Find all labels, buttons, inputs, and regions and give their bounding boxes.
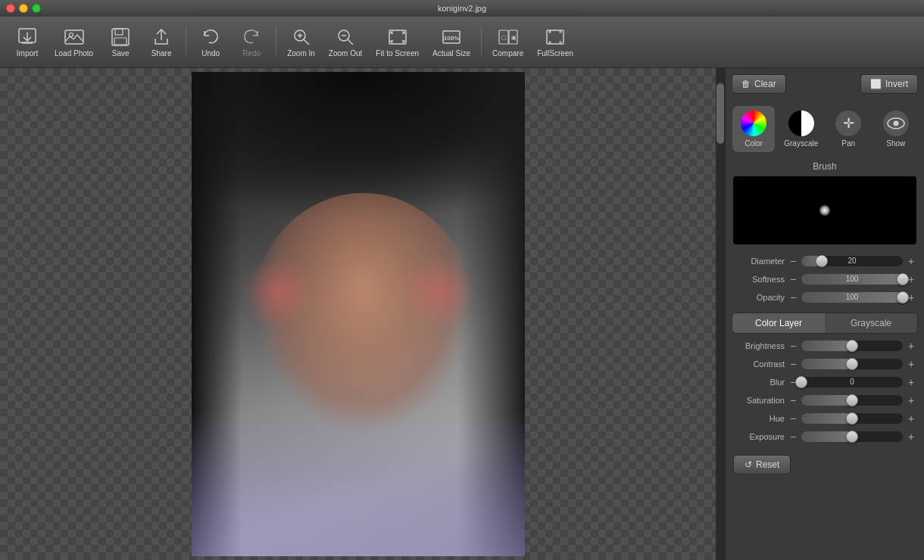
diameter-minus[interactable]: − <box>788 255 798 267</box>
contrast-plus[interactable]: + <box>906 358 916 370</box>
hue-row: Hue − + <box>726 409 924 428</box>
hue-slider[interactable] <box>801 413 903 424</box>
color-layer-tab[interactable]: Color Layer <box>732 313 825 333</box>
color-mode-button[interactable]: Color <box>732 106 775 152</box>
brightness-slider[interactable] <box>801 341 903 351</box>
opacity-minus[interactable]: − <box>788 291 798 303</box>
load-photo-button[interactable]: Load Photo <box>48 20 99 64</box>
softness-minus[interactable]: − <box>788 273 798 285</box>
saturation-plus[interactable]: + <box>906 394 916 406</box>
cheek-right-layer <box>401 256 475 328</box>
reset-icon: ↺ <box>745 459 752 470</box>
blur-label: Blur <box>733 378 785 387</box>
color-wheel-icon <box>741 110 766 136</box>
reset-label: Reset <box>756 459 779 470</box>
blur-plus[interactable]: + <box>906 376 916 388</box>
svg-rect-3 <box>65 30 83 44</box>
invert-label: Invert <box>885 79 908 89</box>
svg-rect-6 <box>115 29 123 35</box>
saturation-slider[interactable] <box>801 395 903 406</box>
main-content: 🗑 Clear ⬜ Invert Color Grayscale ✛ Pan <box>0 68 924 560</box>
show-mode-button[interactable]: Show <box>875 106 917 152</box>
close-button[interactable] <box>6 4 15 13</box>
grayscale-tab[interactable]: Grayscale <box>825 313 917 333</box>
zoom-out-label: Zoom Out <box>329 49 362 58</box>
pan-mode-button[interactable]: ✛ Pan <box>827 106 869 152</box>
brightness-plus[interactable]: + <box>906 340 916 352</box>
softness-row: Softness − 100 + <box>726 270 924 288</box>
zoom-out-button[interactable]: Zoom Out <box>323 20 368 64</box>
import-label: Import <box>17 49 38 58</box>
softness-label: Softness <box>733 275 785 284</box>
maximize-button[interactable] <box>32 4 41 13</box>
canvas-area[interactable] <box>0 68 716 560</box>
reset-button[interactable]: ↺ Reset <box>733 455 791 474</box>
show-mode-label: Show <box>886 139 905 148</box>
clear-icon: 🗑 <box>741 79 751 89</box>
opacity-row: Opacity − 100 + <box>726 288 924 306</box>
layer-tabs: Color Layer Grayscale <box>732 313 918 334</box>
contrast-row: Contrast − + <box>726 355 924 373</box>
brightness-row: Brightness − + <box>726 337 924 355</box>
saturation-row: Saturation − + <box>726 391 924 409</box>
brightness-minus[interactable]: − <box>788 340 798 352</box>
save-button[interactable]: Save <box>101 20 140 64</box>
svg-rect-7 <box>114 38 126 45</box>
opacity-slider[interactable]: 100 <box>801 292 903 303</box>
pan-icon: ✛ <box>835 110 861 136</box>
scrollbar-thumb[interactable] <box>716 83 724 144</box>
import-button[interactable]: Import <box>8 20 47 64</box>
actual-size-button[interactable]: 100% Actual Size <box>426 20 476 64</box>
pan-mode-label: Pan <box>841 139 855 148</box>
hue-minus[interactable]: − <box>788 412 798 425</box>
show-icon <box>883 110 909 136</box>
panel-top-buttons: 🗑 Clear ⬜ Invert <box>726 68 924 100</box>
brush-preview <box>733 176 916 244</box>
window-controls <box>6 4 41 13</box>
svg-line-11 <box>304 39 309 45</box>
right-panel: 🗑 Clear ⬜ Invert Color Grayscale ✛ Pan <box>725 68 924 560</box>
saturation-label: Saturation <box>733 396 785 405</box>
exposure-minus[interactable]: − <box>788 431 798 443</box>
share-button[interactable]: Share <box>142 20 181 64</box>
blur-slider[interactable]: 0 <box>801 377 903 387</box>
redo-button[interactable]: Redo <box>232 20 271 64</box>
undo-button[interactable]: Undo <box>191 20 230 64</box>
diameter-plus[interactable]: + <box>906 255 916 267</box>
svg-text:100%: 100% <box>444 35 459 42</box>
grayscale-icon <box>788 110 814 136</box>
redo-label: Redo <box>242 49 261 58</box>
exposure-slider[interactable] <box>801 431 903 442</box>
compare-button[interactable]: ▢ ▣ Compare <box>486 20 529 64</box>
fullscreen-label: FullScreen <box>537 49 573 58</box>
cheek-left-layer <box>242 256 315 328</box>
exposure-plus[interactable]: + <box>906 431 916 443</box>
photo-image <box>192 72 525 556</box>
vertical-scrollbar[interactable] <box>716 68 725 560</box>
hue-plus[interactable]: + <box>906 412 916 425</box>
exposure-label: Exposure <box>733 432 785 441</box>
color-mode-label: Color <box>745 139 763 148</box>
undo-label: Undo <box>201 49 220 58</box>
diameter-slider[interactable]: 20 <box>801 256 903 266</box>
photo-container <box>192 68 525 560</box>
brush-section-label: Brush <box>726 158 924 176</box>
contrast-slider[interactable] <box>801 359 903 369</box>
grayscale-mode-button[interactable]: Grayscale <box>780 106 823 152</box>
blur-row: Blur − 0 + <box>726 373 924 391</box>
clear-button[interactable]: 🗑 Clear <box>732 74 786 94</box>
grayscale-mode-label: Grayscale <box>784 139 818 148</box>
actual-size-label: Actual Size <box>432 49 470 58</box>
minimize-button[interactable] <box>19 4 28 13</box>
fit-to-screen-label: Fit to Screen <box>376 49 419 58</box>
zoom-in-button[interactable]: Zoom In <box>281 20 321 64</box>
softness-slider[interactable]: 100 <box>801 274 903 285</box>
load-photo-label: Load Photo <box>55 49 93 58</box>
invert-button[interactable]: ⬜ Invert <box>860 74 918 94</box>
mode-buttons: Color Grayscale ✛ Pan Show <box>726 100 924 158</box>
saturation-minus[interactable]: − <box>788 394 798 406</box>
fullscreen-button[interactable]: FullScreen <box>531 20 579 64</box>
exposure-row: Exposure − + <box>726 428 924 446</box>
contrast-minus[interactable]: − <box>788 358 798 370</box>
fit-to-screen-button[interactable]: Fit to Screen <box>370 20 425 64</box>
